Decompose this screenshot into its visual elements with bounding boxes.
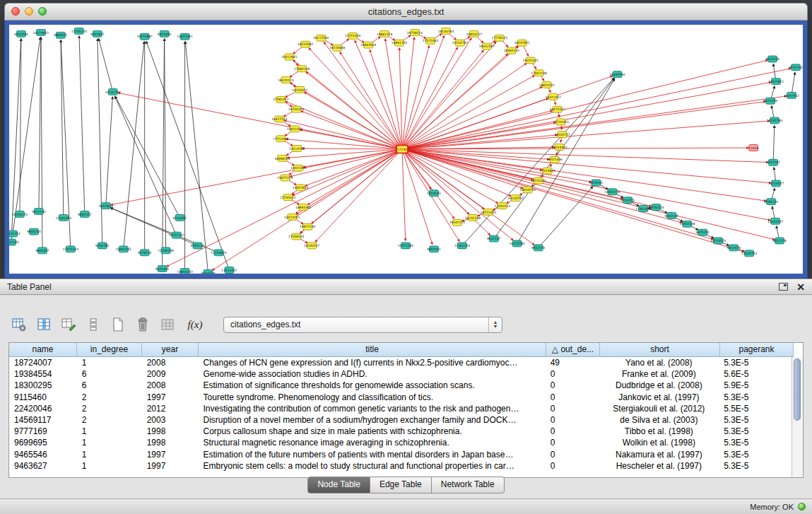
select-columns-icon[interactable] — [35, 315, 53, 334]
table-row[interactable]: 1830029562008Estimation of significance … — [9, 380, 792, 391]
float-panel-icon[interactable] — [779, 283, 788, 291]
memory-status-label: Memory: OK — [750, 503, 794, 511]
graph-edge[interactable] — [13, 37, 40, 234]
graph-node-label: 11145208 — [158, 249, 174, 252]
table-row[interactable]: 911546021997Tourette syndrome. Phenomeno… — [9, 392, 792, 403]
column-header-name[interactable]: name — [9, 343, 77, 357]
tab-node-table[interactable]: Node Table — [307, 477, 370, 493]
column-header-title[interactable]: title — [199, 343, 546, 357]
table-panel-title: Table Panel — [7, 282, 52, 292]
table-selector-dropdown[interactable]: citations_edges.txt ▲▼ — [223, 317, 502, 333]
table-cell: 6 — [77, 380, 142, 391]
graph-node-label: 20154782 — [452, 41, 469, 45]
graph-node-label: 9302147 — [665, 214, 679, 218]
graph-edge[interactable] — [402, 149, 771, 183]
graph-edge[interactable] — [792, 72, 795, 95]
delete-table-icon[interactable] — [134, 315, 152, 334]
graph-node-label: 19320145 — [523, 59, 539, 62]
graph-edge[interactable] — [98, 39, 102, 246]
table-cell: 2 — [77, 414, 142, 426]
graph-node-label: 18721450 — [481, 211, 497, 214]
graph-edge[interactable] — [402, 149, 770, 221]
graph-node-label: 9901457 — [35, 249, 49, 252]
graph-edge[interactable] — [402, 135, 558, 149]
graph-edge[interactable] — [301, 111, 402, 149]
close-window-button[interactable] — [11, 7, 20, 16]
graph-edge[interactable] — [165, 39, 166, 251]
edit-table-icon[interactable] — [59, 315, 78, 334]
column-header-in_degree[interactable]: in_degree — [77, 343, 142, 357]
graph-edge[interactable] — [402, 46, 518, 149]
graph-edge[interactable] — [402, 76, 613, 149]
vertical-scrollbar[interactable] — [792, 357, 803, 477]
graph-edge[interactable] — [163, 39, 165, 269]
table-cell: 49 — [546, 357, 599, 368]
table-cell: 2012 — [142, 403, 199, 414]
graph-node-label: 18465120 — [504, 49, 520, 52]
tab-network-table[interactable]: Network Table — [432, 477, 505, 493]
graph-edge[interactable] — [185, 42, 208, 273]
column-header-pagerank[interactable]: pagerank — [720, 343, 794, 357]
table-row[interactable]: 1872400712008Changes of HCN gene express… — [9, 357, 792, 368]
table-row[interactable]: 946362711997Embryonic stem cells: a mode… — [9, 460, 792, 472]
graph-edge[interactable] — [402, 50, 483, 149]
graph-edge[interactable] — [79, 36, 85, 214]
graph-edge[interactable] — [146, 41, 229, 270]
function-builder-icon[interactable]: f(x) — [183, 315, 207, 334]
graph-edge[interactable] — [115, 96, 180, 218]
graph-edge[interactable] — [118, 93, 402, 149]
graph-node-label: 11024753 — [741, 252, 758, 255]
column-header-out_de[interactable]: △ out_de... — [546, 343, 600, 357]
graph-edge[interactable] — [167, 149, 402, 267]
graph-edge[interactable] — [106, 97, 113, 206]
status-bar: Memory: OK — [0, 498, 812, 514]
graph-edge[interactable] — [302, 148, 402, 149]
graph-edge[interactable] — [402, 96, 787, 149]
graph-edge[interactable] — [402, 149, 523, 188]
graph-edge[interactable] — [402, 60, 767, 149]
zoom-window-button[interactable] — [38, 7, 47, 16]
table-row[interactable]: 1456911722003Disruption of a novel membe… — [9, 414, 792, 426]
graph-edge[interactable] — [773, 125, 775, 162]
table-cell: 1 — [77, 449, 142, 460]
row-tools-icon[interactable] — [84, 315, 102, 334]
import-table-icon[interactable] — [158, 315, 177, 334]
graph-node-label: 10452178 — [604, 190, 620, 194]
column-header-short[interactable]: short — [600, 343, 720, 357]
network-canvas[interactable]: 1724018524082200118451788220616020174191… — [9, 25, 803, 274]
graph-edge[interactable] — [99, 39, 113, 92]
minimize-window-button[interactable] — [25, 7, 33, 16]
window-title: citations_edges.txt — [368, 6, 445, 17]
graph-edge[interactable] — [115, 96, 177, 235]
table-row[interactable]: 1938455462009Genome-wide association stu… — [9, 368, 792, 380]
new-table-icon[interactable] — [109, 315, 127, 334]
graph-node-label: 10214785 — [510, 242, 526, 245]
memory-status-indicator[interactable] — [798, 503, 806, 510]
graph-edge[interactable] — [110, 208, 197, 246]
close-panel-icon[interactable]: ✕ — [796, 283, 805, 291]
table-cell: Estimation of significance thresholds fo… — [199, 380, 546, 391]
column-header-year[interactable]: year — [142, 343, 199, 357]
graph-edge[interactable] — [39, 37, 41, 211]
graph-node-label: 17712045 — [273, 137, 289, 141]
graph-node-label: 10471285 — [398, 244, 414, 247]
graph-edge[interactable] — [340, 52, 402, 149]
graph-node-label: 10214577 — [768, 182, 784, 185]
graph-edge[interactable] — [41, 37, 42, 251]
scrollbar-thumb[interactable] — [794, 358, 801, 421]
graph-edge[interactable] — [304, 92, 402, 149]
table-cell: 5.9E-5 — [719, 380, 792, 391]
table-row[interactable]: 946554611997Estimation of the future num… — [9, 449, 792, 460]
graph-edge[interactable] — [370, 49, 402, 149]
tab-edge-table[interactable]: Edge Table — [370, 477, 432, 493]
table-row[interactable]: 2242004622012Investigating the contribut… — [9, 403, 792, 414]
table-settings-icon[interactable] — [10, 315, 28, 334]
graph-edge[interactable] — [402, 149, 406, 241]
table-row[interactable]: 969969511998Structural magnetic resonanc… — [9, 437, 792, 448]
table-row[interactable]: 977716911998Corpus callosum shape and si… — [9, 426, 792, 437]
graph-edge[interactable] — [402, 82, 771, 149]
graph-edge[interactable] — [402, 149, 768, 163]
network-window-titlebar[interactable]: citations_edges.txt — [4, 3, 808, 21]
graph-node-label: 10247512 — [784, 94, 800, 98]
graph-edge[interactable] — [539, 187, 593, 248]
